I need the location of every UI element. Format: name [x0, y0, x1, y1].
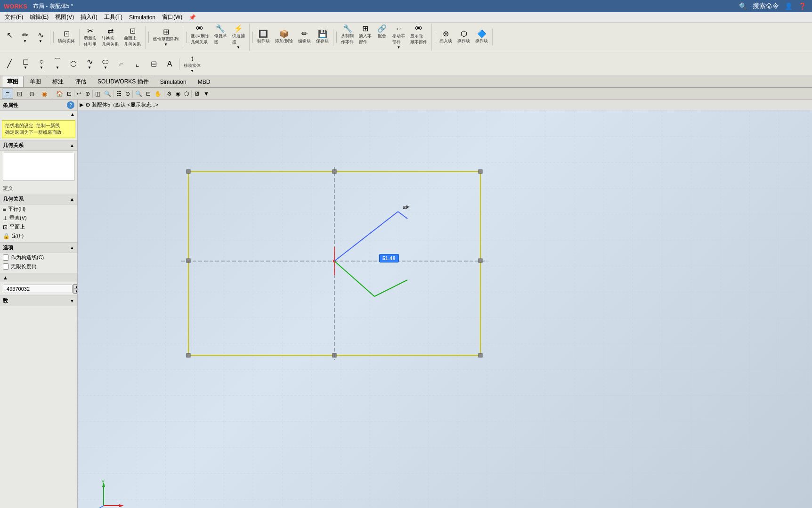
vt-view-orient[interactable]: 🔍	[102, 90, 113, 98]
chamfer-btn[interactable]: ⌞	[130, 59, 145, 69]
offset-btn[interactable]: ⊟	[146, 59, 161, 69]
make-part-btn[interactable]: 🔧 从制制作零件	[339, 24, 356, 47]
vt-prev-view[interactable]: ↩	[75, 90, 83, 98]
tab-mbd[interactable]: MBD	[193, 77, 216, 87]
vtsep5	[164, 90, 164, 98]
tab-sketch[interactable]: 草图	[2, 76, 24, 87]
quick-snap-btn[interactable]: ⚡ 快速捕提 ▼	[230, 24, 247, 51]
linear-array-btn[interactable]: ⊞ 线性草图阵列 ▼	[151, 27, 181, 48]
menu-edit[interactable]: 编辑(E)	[27, 12, 51, 22]
vt-home[interactable]: 🏠	[54, 90, 65, 98]
pencil-cursor: ✏	[401, 201, 411, 213]
operate-block-btn[interactable]: ⬡ 操作块	[455, 29, 472, 46]
text-btn[interactable]: A	[162, 59, 177, 69]
menu-window[interactable]: 窗口(W)	[159, 12, 185, 22]
infinite-length-cb[interactable]	[3, 263, 9, 270]
arc-btn[interactable]: ⌒ ▼	[50, 57, 65, 71]
vt-zoom-in[interactable]: 🔍	[133, 90, 144, 98]
menu-file[interactable]: 文件(F)	[2, 12, 26, 22]
menu-pin[interactable]: 📌	[186, 13, 199, 22]
surface-btn[interactable]: ⊡ 曲面上几何关系	[122, 26, 143, 49]
rect-btn[interactable]: ◻ ▼	[18, 57, 33, 71]
user-icon[interactable]: 👤	[783, 1, 795, 11]
toolbar-select-btn[interactable]: ↖	[2, 30, 17, 41]
show-hide-btn[interactable]: 👁 显示隐藏零部件	[408, 24, 430, 47]
insert-part-btn[interactable]: ⊞ 插入零部件	[357, 24, 374, 47]
params-section-header[interactable]: ▲	[0, 273, 77, 282]
search-icon[interactable]: 🔍	[737, 1, 749, 11]
panel-config-btn[interactable]: ⊙	[26, 89, 38, 99]
options-section-header[interactable]: 选项 ▲	[0, 242, 77, 253]
sep4	[252, 32, 253, 43]
mate-btn[interactable]: 🔗 配合	[374, 24, 390, 41]
toolbar-sketch-btn[interactable]: ✏ ▼	[17, 30, 32, 45]
trim-body-btn[interactable]: ✂ 剪裁实体引用	[81, 26, 99, 49]
operate-block2-btn[interactable]: 🔷 操作块	[473, 29, 490, 46]
vt-more[interactable]: ▼	[202, 90, 211, 98]
param-input[interactable]	[3, 285, 73, 293]
toolbar-curve-btn[interactable]: ∿ ▼	[33, 30, 48, 45]
tab-evaluate[interactable]: 评估	[70, 76, 91, 87]
menu-insert[interactable]: 插入(I)	[78, 12, 100, 22]
menu-view[interactable]: 视图(V)	[52, 12, 77, 22]
panel-display-btn[interactable]: ◉	[39, 89, 50, 99]
edit-block-icon: ✏	[301, 30, 308, 38]
construction-line-cb[interactable]	[3, 254, 9, 261]
trim-label: 剪裁实体引用	[84, 35, 97, 48]
show-delete-btn[interactable]: 👁 显示/删除几何关系	[188, 24, 211, 47]
insert-block-btn[interactable]: ⊕ 插入块	[437, 29, 455, 46]
geo-relation-section-header[interactable]: 几何关系 ▲	[0, 140, 77, 151]
show-hide-icon: 👁	[415, 25, 422, 33]
convert-btn[interactable]: ⇄ 转换实几何关系	[99, 26, 121, 49]
panel-help-btn[interactable]: ?	[67, 101, 74, 109]
circle-btn[interactable]: ○ ▼	[34, 57, 49, 71]
vt-section[interactable]: ◫	[93, 90, 102, 98]
polygon-btn[interactable]: ⬡	[66, 59, 81, 69]
panel-property-btn[interactable]: ⊡	[14, 89, 25, 99]
spline-btn[interactable]: ∿ ▼	[82, 57, 97, 71]
line-btn[interactable]: ╱	[2, 59, 17, 69]
help-icon[interactable]: ❓	[796, 1, 808, 11]
tab-annotation[interactable]: 标注	[47, 76, 69, 87]
fillet-btn[interactable]: ⌐	[114, 59, 129, 69]
svg-line-17	[398, 212, 407, 219]
extra-section-header[interactable]: 数 ▼	[0, 295, 77, 306]
add-geo-section-header[interactable]: 几何关系 ▲	[0, 194, 77, 205]
add-remove-btn[interactable]: 📦 添加/删除	[273, 29, 296, 46]
vt-zoom-fit[interactable]: ⊡	[65, 90, 73, 98]
search-input-icon[interactable]: 搜索命令	[751, 1, 781, 11]
tab-single[interactable]: 单图	[24, 76, 46, 87]
repair-btn[interactable]: 🔧 修复草图	[212, 24, 229, 47]
vt-view-settings[interactable]: ⚙	[165, 90, 174, 98]
panel-collapse-btn[interactable]: ▲	[69, 111, 76, 117]
toolbar-basic-group: ↖ ✏ ▼ ∿ ▼	[2, 30, 50, 45]
vt-scenes[interactable]: ⬡	[182, 90, 191, 98]
menu-simulation[interactable]: Simulation	[126, 13, 158, 22]
tab-simulation[interactable]: Simulation	[155, 77, 192, 87]
spin-up-btn[interactable]: ▲	[73, 284, 78, 289]
make-block-btn[interactable]: 🔲 制作块	[255, 29, 272, 46]
save-block-icon: 💾	[318, 30, 327, 38]
move-entity-btn[interactable]: ↕ 移动实体 ▼	[181, 53, 203, 74]
vt-3d[interactable]: ⊕	[83, 90, 92, 98]
move-part-btn[interactable]: ↔ 移动零部件 ▼	[390, 24, 407, 51]
vt-display-style[interactable]: ☷	[114, 90, 123, 98]
tree-expand-icon[interactable]: ▶	[80, 102, 83, 108]
show-label: 显示/删除几何关系	[191, 33, 209, 45]
vt-pan[interactable]: ✋	[153, 90, 163, 98]
mirror-solid-btn[interactable]: ⊡ 镜向实体	[56, 29, 77, 46]
vt-zoom-out[interactable]: ⊟	[144, 90, 153, 98]
mirror-icon: ⊡	[64, 30, 70, 38]
drawing-area[interactable]: 51.48 ✏ Y X *前视	[78, 110, 812, 508]
vt-display[interactable]: 🖥	[192, 90, 202, 98]
panel-feature-tree-btn[interactable]: ≡	[2, 89, 13, 99]
edit-block-btn[interactable]: ✏ 编辑块	[296, 29, 313, 46]
tab-sw-plugin[interactable]: SOLIDWORKS 插件	[92, 76, 154, 87]
spin-down-btn[interactable]: ▼	[73, 289, 78, 294]
vt-appear[interactable]: ◉	[174, 90, 182, 98]
vt-hide-lines[interactable]: ⊙	[123, 90, 132, 98]
save-block-btn[interactable]: 💾 保存块	[314, 29, 331, 46]
menu-tools[interactable]: 工具(T)	[101, 12, 125, 22]
ellipse-arrow: ▼	[104, 66, 107, 70]
ellipse-btn[interactable]: ⬭ ▼	[98, 57, 113, 71]
